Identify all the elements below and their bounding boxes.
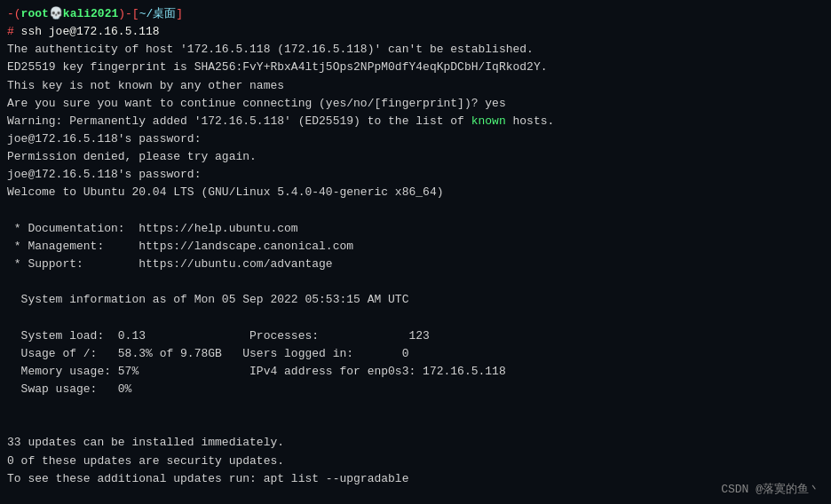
blank-3: [7, 309, 824, 327]
sysinfo-line: System information as of Mon 05 Sep 2022…: [7, 291, 824, 309]
terminal-window: -(root💀kali2021)-[~/桌面] # ssh joe@172.16…: [0, 0, 831, 504]
doc-line: * Documentation: https://help.ubuntu.com: [7, 220, 824, 238]
auth-line: The authenticity of host '172.16.5.118 (…: [7, 41, 824, 59]
command-line: # ssh joe@172.16.5.118: [7, 23, 824, 41]
not-known-line: This key is not known by any other names: [7, 77, 824, 95]
blank-5: [7, 416, 824, 434]
continue-line: Are you sure you want to continue connec…: [7, 95, 824, 113]
support-line: * Support: https://ubuntu.com/advantage: [7, 256, 824, 273]
skull-icon: 💀: [49, 5, 63, 23]
denied-line: Permission denied, please try again.: [7, 148, 824, 166]
password-line-2: joe@172.16.5.118's password:: [7, 166, 824, 184]
swap-line: Swap usage: 0%: [7, 381, 824, 398]
mgmt-line: * Management: https://landscape.canonica…: [7, 238, 824, 256]
blank-1: [7, 202, 824, 220]
prompt-host: kali2021: [63, 5, 118, 23]
usage-line: Usage of /: 58.3% of 9.78GB Users logged…: [7, 345, 824, 363]
sysload-line: System load: 0.13 Processes: 123: [7, 327, 824, 345]
watermark: CSDN @落寞的鱼丶: [721, 481, 820, 499]
bracket-close: ]: [176, 5, 183, 23]
prompt-dir: ~/桌面: [139, 5, 177, 23]
memory-line: Memory usage: 57% IPv4 address for enp0s…: [7, 363, 824, 381]
warning-line: Warning: Permanently added '172.16.5.118…: [7, 113, 824, 130]
blank-4: [7, 398, 824, 416]
welcome-line: Welcome to Ubuntu 20.04 LTS (GNU/Linux 5…: [7, 184, 824, 201]
password-line-1: joe@172.16.5.118's password:: [7, 130, 824, 148]
fingerprint-line: ED25519 key fingerprint is SHA256:FvY+Rb…: [7, 59, 824, 76]
prompt-hash: #: [7, 23, 21, 41]
command-text: ssh joe@172.16.5.118: [21, 23, 160, 41]
blank-2: [7, 273, 824, 291]
blank-6: [7, 488, 824, 504]
dash-close: )-[: [118, 5, 138, 23]
upgradable-line: To see these additional updates run: apt…: [7, 470, 824, 488]
security-line: 0 of these updates are security updates.: [7, 453, 824, 470]
updates-line: 33 updates can be installed immediately.: [7, 434, 824, 452]
dash-open: -(: [7, 5, 21, 23]
title-bar: -(root💀kali2021)-[~/桌面]: [7, 5, 824, 23]
prompt-user: root: [21, 5, 49, 23]
